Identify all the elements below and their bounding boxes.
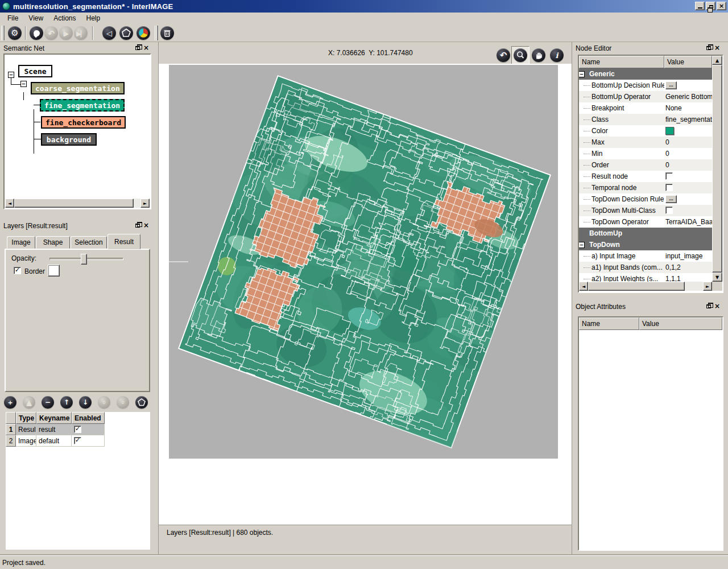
scrollbar-thumb[interactable] bbox=[14, 199, 134, 208]
color-swatch[interactable] bbox=[665, 127, 674, 135]
close-icon[interactable]: × bbox=[143, 222, 149, 228]
cell-keyname[interactable]: result bbox=[36, 424, 72, 435]
tree-expander[interactable]: – bbox=[20, 81, 27, 87]
node-editor-table[interactable]: Name Value Generic–BottomUp Decision Rul… bbox=[578, 55, 723, 293]
info-tool-button[interactable]: i bbox=[550, 48, 564, 62]
tab-shape[interactable]: Shape bbox=[36, 236, 70, 249]
property-row[interactable]: Max0 bbox=[579, 137, 712, 148]
zoom-tool-button[interactable] bbox=[514, 48, 527, 62]
property-value[interactable]: 0 bbox=[665, 137, 712, 148]
scroll-up-button[interactable]: ▲ bbox=[712, 56, 722, 65]
tree-expander[interactable]: – bbox=[8, 72, 14, 78]
property-value[interactable]: None bbox=[665, 102, 712, 114]
semantic-node-background[interactable]: background bbox=[41, 133, 97, 146]
close-icon[interactable]: × bbox=[714, 303, 720, 309]
minimize-button[interactable] bbox=[695, 2, 705, 10]
cell-enabled[interactable] bbox=[72, 435, 105, 447]
property-row[interactable]: TopDown Multi-Class bbox=[579, 205, 712, 216]
node-editor-col-name[interactable]: Name bbox=[579, 56, 664, 68]
row-header[interactable]: 1 bbox=[6, 424, 16, 435]
layers-table[interactable]: TypeKeynameEnabled1Resultresult2Imagedef… bbox=[6, 412, 150, 550]
property-row[interactable]: a) Input Imageinput_image bbox=[579, 250, 712, 262]
enabled-checkbox[interactable] bbox=[74, 437, 81, 444]
polygon-button[interactable] bbox=[119, 26, 133, 40]
ellipsis-button[interactable]: ... bbox=[665, 195, 677, 203]
toolbar-handle[interactable] bbox=[155, 26, 158, 40]
add-layer-button[interactable]: ＋ bbox=[4, 396, 16, 409]
map-viewport[interactable]: Layers [Result:result] | 680 objects. bbox=[159, 64, 572, 539]
row-header[interactable]: 2 bbox=[6, 435, 16, 447]
property-value[interactable]: 0 bbox=[665, 148, 712, 159]
property-row[interactable]: Color bbox=[579, 125, 712, 137]
scroll-right-button[interactable]: ► bbox=[703, 282, 712, 291]
property-row[interactable]: Result node bbox=[579, 171, 712, 182]
tree-expander[interactable]: – bbox=[579, 71, 585, 77]
semantic-node-fine_checkerboard[interactable]: fine_checkerboard bbox=[41, 116, 126, 129]
group-Generic[interactable]: Generic bbox=[579, 68, 712, 80]
property-value[interactable]: 0,1,2 bbox=[665, 262, 712, 273]
property-row[interactable]: Classfine_segmentation bbox=[579, 114, 712, 125]
close-button[interactable]: × bbox=[717, 2, 726, 10]
tab-selection[interactable]: Selection bbox=[71, 236, 107, 249]
property-value[interactable]: TerraAIDA_Baatz bbox=[665, 216, 712, 228]
layers-col-type[interactable]: Type bbox=[16, 412, 36, 424]
property-value[interactable]: 1,1,1 bbox=[665, 273, 712, 282]
layers-panel-title[interactable]: Layers [Result:result] × bbox=[3, 221, 151, 231]
cell-type[interactable]: Result bbox=[16, 424, 36, 435]
property-row[interactable]: a2) Input Weights (s...1,1,1 bbox=[579, 273, 712, 282]
node-editor-col-value[interactable]: Value bbox=[664, 56, 712, 68]
opacity-slider-thumb[interactable] bbox=[81, 254, 87, 265]
node-editor-title[interactable]: Node Editor × bbox=[576, 43, 723, 53]
semantic-node-Scene[interactable]: Scene bbox=[18, 65, 52, 77]
semantic-node-fine_segmentation[interactable]: fine_segmentation bbox=[40, 99, 125, 112]
move-down-button[interactable]: ↓ bbox=[79, 396, 92, 409]
scrollbar-thumb[interactable] bbox=[588, 282, 685, 291]
class-colors-button[interactable] bbox=[136, 26, 150, 40]
trash-button[interactable] bbox=[160, 26, 174, 40]
cell-keyname[interactable]: default bbox=[36, 435, 72, 447]
group-BottomUp[interactable]: BottomUp bbox=[579, 228, 712, 239]
close-icon[interactable]: × bbox=[143, 45, 149, 51]
menu-file[interactable]: File bbox=[2, 13, 23, 23]
object-attributes-col-value[interactable]: Value bbox=[639, 318, 722, 330]
menu-help[interactable]: Help bbox=[81, 13, 106, 23]
scroll-right-button[interactable]: ► bbox=[140, 199, 150, 208]
property-checkbox[interactable] bbox=[665, 184, 673, 191]
border-checkbox[interactable] bbox=[14, 267, 21, 274]
property-value[interactable]: Generic BottomUp bbox=[665, 91, 712, 102]
settings-button[interactable]: ⚙ bbox=[8, 26, 22, 40]
restore-button[interactable] bbox=[706, 2, 715, 10]
remove-layer-button[interactable]: − bbox=[42, 396, 54, 409]
ellipsis-button[interactable]: ... bbox=[665, 81, 677, 89]
scroll-down-button[interactable]: ▼ bbox=[712, 273, 722, 282]
property-row[interactable]: TopDown Decision Rule... bbox=[579, 193, 712, 205]
property-checkbox[interactable] bbox=[665, 207, 673, 214]
object-attributes-col-name[interactable]: Name bbox=[579, 318, 639, 330]
toolbar-handle[interactable] bbox=[1, 26, 5, 40]
float-icon[interactable] bbox=[135, 224, 140, 228]
layers-col-keyname[interactable]: Keyname bbox=[36, 412, 72, 424]
property-row[interactable]: Order0 bbox=[579, 159, 712, 171]
menu-actions[interactable]: Actions bbox=[48, 13, 81, 23]
border-color-button[interactable] bbox=[48, 265, 60, 277]
tree-expander[interactable]: – bbox=[579, 242, 585, 248]
move-up-button[interactable]: ↑ bbox=[60, 396, 73, 409]
float-icon[interactable] bbox=[135, 46, 140, 50]
nav-back-button[interactable]: ↶ bbox=[497, 48, 510, 62]
enabled-checkbox[interactable] bbox=[74, 426, 81, 433]
title-bar[interactable]: multiresolution_segmentation* - InterIMA… bbox=[0, 0, 728, 13]
property-value[interactable]: 0 bbox=[665, 159, 712, 171]
map-canvas[interactable] bbox=[169, 65, 558, 459]
property-value[interactable]: fine_segmentation bbox=[665, 114, 712, 125]
tab-result[interactable]: Result bbox=[107, 234, 140, 249]
property-row[interactable]: BottomUp Decision Rule... bbox=[579, 80, 712, 91]
scrollbar-track[interactable] bbox=[685, 282, 703, 291]
group-TopDown[interactable]: TopDown bbox=[579, 239, 712, 250]
shape-button[interactable] bbox=[135, 396, 148, 409]
property-row[interactable]: TopDown OperatorTerraAIDA_Baatz bbox=[579, 216, 712, 228]
previous-shape-button[interactable]: ◁ bbox=[102, 26, 116, 40]
property-row[interactable]: BottomUp OperatorGeneric BottomUp bbox=[579, 91, 712, 102]
object-attributes-title[interactable]: Object Attributes × bbox=[576, 302, 723, 312]
execute-button[interactable] bbox=[30, 26, 43, 40]
semantic-net-canvas[interactable]: ––Scenecoarse_segmentationfine_segmentat… bbox=[3, 53, 151, 209]
